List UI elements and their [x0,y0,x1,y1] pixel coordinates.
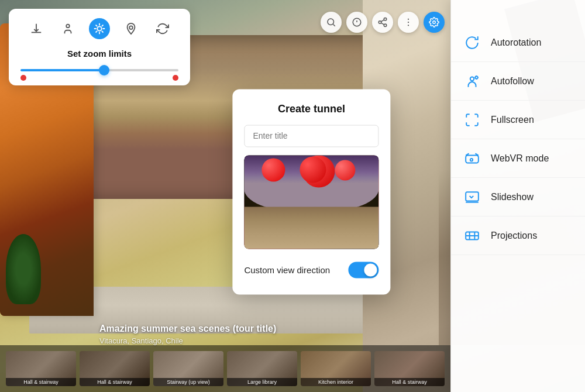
projections-icon [463,226,481,245]
ornament-1 [261,158,285,181]
location-icon[interactable] [121,18,142,39]
refresh-icon[interactable] [152,18,173,39]
fullscreen-icon [463,111,481,129]
autofollow-icon [463,72,481,91]
svg-point-14 [408,22,409,23]
svg-point-9 [378,21,381,24]
more-toolbar-btn[interactable] [398,12,419,33]
info-toolbar-btn[interactable] [346,12,367,33]
svg-point-8 [384,18,387,21]
svg-point-15 [408,25,409,26]
modal-title: Create tunnel [244,103,378,115]
zoom-title: Set zoom limits [20,49,178,59]
thumbnail-strip: Hall & stairwayHall & stairwayStairway (… [0,345,450,392]
thumbnail-item[interactable]: Stairway (up view) [153,351,223,386]
zoom-min-indicator [20,75,26,81]
tour-title: Amazing summer sea scenes (tour title) [99,324,276,334]
toggle-knob [364,263,377,276]
svg-line-4 [333,24,335,26]
thumbnail-item[interactable]: Hall & stairway [374,351,445,386]
settings-toolbar-btn[interactable] [424,12,445,33]
svg-point-0 [66,25,70,28]
thumbnail-label: Hall & stairway [80,378,150,386]
tunnel-title-input[interactable] [244,125,378,147]
ornament-4 [300,156,326,183]
svg-point-13 [408,19,409,20]
slideshow-icon [463,188,481,207]
menu-item-fullscreen[interactable]: Fullscreen [451,101,585,139]
tour-location: Vitacura, Santiago, Chile [99,336,276,345]
svg-line-11 [381,23,384,25]
menu-panel: AutorotationAutofollowFullscreenWebVR mo… [450,0,585,392]
person-icon[interactable] [57,18,78,39]
tune-icon[interactable] [89,18,110,39]
thumbnail-label: Kitchen interior [301,378,371,386]
tunnel-img-inner [244,155,378,249]
svg-point-2 [129,26,133,29]
menu-item-label-slideshow: Slideshow [491,192,534,202]
menu-item-label-fullscreen: Fullscreen [491,115,534,125]
thumbnail-label: Hall & stairway [6,378,76,386]
svg-point-10 [384,24,387,27]
toggle-label: Custom view direction [244,265,330,275]
tunnel-preview-image [244,155,378,249]
menu-item-projections[interactable]: Projections [451,216,585,255]
svg-point-17 [470,77,474,81]
thumbnail-item[interactable]: Hall & stairway [6,351,76,386]
webvr-icon [463,149,481,168]
menu-item-label-webvr: WebVR mode [491,153,549,164]
ornament-3 [335,160,355,180]
custom-view-row: Custom view direction [244,259,378,280]
svg-point-3 [328,19,334,25]
create-tunnel-modal: Create tunnel Custom view direction [232,89,390,294]
zoom-slider[interactable] [20,67,178,74]
svg-point-18 [475,76,477,78]
menu-item-autorotation[interactable]: Autorotation [451,23,585,62]
toolbar-top [321,12,445,33]
download-icon[interactable] [26,18,47,39]
thumbnail-item[interactable]: Hall & stairway [80,351,150,386]
menu-item-webvr[interactable]: WebVR mode [451,139,585,178]
zoom-thumb[interactable] [99,65,109,75]
tour-info: Amazing summer sea scenes (tour title) V… [99,324,276,345]
thumbnail-label: Large library [227,378,297,386]
menu-item-label-autofollow: Autofollow [491,76,534,87]
svg-line-12 [381,20,384,22]
menu-item-label-autorotation: Autorotation [491,37,541,48]
menu-item-label-projections: Projections [491,231,537,241]
autorotation-icon [463,33,481,52]
svg-point-1 [97,26,101,30]
zoom-max-indicator [173,75,178,81]
thumbnail-item[interactable]: Large library [227,351,297,386]
zoom-panel: Set zoom limits [9,9,190,85]
thumbnail-label: Stairway (up view) [153,378,223,386]
menu-item-slideshow[interactable]: Slideshow [451,178,585,216]
tunnel-floor [244,207,378,249]
share-toolbar-btn[interactable] [372,12,393,33]
menu-item-autofollow[interactable]: Autofollow [451,62,585,101]
svg-point-16 [433,21,436,24]
zoom-toolbar [20,18,178,39]
zoom-track [20,69,178,71]
thumbnail-label: Hall & stairway [374,378,445,386]
search-toolbar-btn[interactable] [321,12,342,33]
thumbnail-item[interactable]: Kitchen interior [301,351,371,386]
custom-view-toggle[interactable] [348,262,378,278]
